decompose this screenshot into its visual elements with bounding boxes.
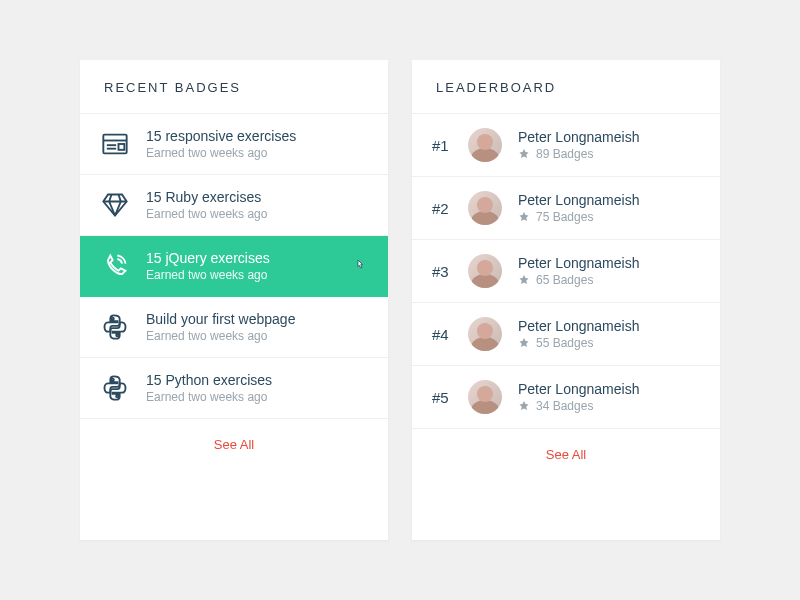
rank-label: #1 xyxy=(432,137,462,154)
badge-item[interactable]: 15 responsive exercises Earned two weeks… xyxy=(80,114,388,175)
rank-label: #4 xyxy=(432,326,462,343)
badge-title: 15 Ruby exercises xyxy=(146,189,368,205)
diamond-icon xyxy=(100,190,130,220)
avatar xyxy=(468,128,502,162)
leaderboard-item[interactable]: #3 Peter Longnameish 65 Badges xyxy=(412,240,720,303)
badge-count: 89 Badges xyxy=(536,147,593,161)
user-name: Peter Longnameish xyxy=(518,192,700,208)
cursor-icon xyxy=(352,258,368,274)
avatar xyxy=(468,191,502,225)
badge-title: 15 Python exercises xyxy=(146,372,368,388)
leaderboard-item[interactable]: #2 Peter Longnameish 75 Badges xyxy=(412,177,720,240)
avatar xyxy=(468,380,502,414)
badge-item[interactable]: 15 Ruby exercises Earned two weeks ago xyxy=(80,175,388,236)
badge-title: 15 responsive exercises xyxy=(146,128,368,144)
see-all-link[interactable]: See All xyxy=(412,429,720,480)
badge-count: 34 Badges xyxy=(536,399,593,413)
badge-count-icon xyxy=(518,400,530,412)
browser-icon xyxy=(100,129,130,159)
badge-count-icon xyxy=(518,337,530,349)
leaderboard-item[interactable]: #4 Peter Longnameish 55 Badges xyxy=(412,303,720,366)
user-name: Peter Longnameish xyxy=(518,255,700,271)
badge-subtitle: Earned two weeks ago xyxy=(146,329,368,343)
rank-label: #3 xyxy=(432,263,462,280)
rank-label: #5 xyxy=(432,389,462,406)
leaderboard-item[interactable]: #5 Peter Longnameish 34 Badges xyxy=(412,366,720,429)
badge-count: 55 Badges xyxy=(536,336,593,350)
user-name: Peter Longnameish xyxy=(518,381,700,397)
recent-badges-header: RECENT BADGES xyxy=(80,60,388,114)
recent-badges-card: RECENT BADGES 15 responsive exercises Ea… xyxy=(80,60,388,540)
badge-count-icon xyxy=(518,274,530,286)
svg-rect-4 xyxy=(119,144,125,150)
rank-label: #2 xyxy=(432,200,462,217)
avatar xyxy=(468,317,502,351)
badge-count-icon xyxy=(518,211,530,223)
badge-title: 15 jQuery exercises xyxy=(146,250,344,266)
phone-icon xyxy=(100,251,130,281)
badge-subtitle: Earned two weeks ago xyxy=(146,146,368,160)
python-icon xyxy=(100,373,130,403)
see-all-link[interactable]: See All xyxy=(80,419,388,470)
badge-subtitle: Earned two weeks ago xyxy=(146,390,368,404)
badge-subtitle: Earned two weeks ago xyxy=(146,207,368,221)
leaderboard-item[interactable]: #1 Peter Longnameish 89 Badges xyxy=(412,114,720,177)
badge-item[interactable]: Build your first webpage Earned two week… xyxy=(80,297,388,358)
badge-item[interactable]: 15 Python exercises Earned two weeks ago xyxy=(80,358,388,419)
badge-subtitle: Earned two weeks ago xyxy=(146,268,344,282)
badge-count: 65 Badges xyxy=(536,273,593,287)
user-name: Peter Longnameish xyxy=(518,318,700,334)
badge-item[interactable]: 15 jQuery exercises Earned two weeks ago xyxy=(80,236,388,297)
badge-count-icon xyxy=(518,148,530,160)
avatar xyxy=(468,254,502,288)
badge-title: Build your first webpage xyxy=(146,311,368,327)
badge-count: 75 Badges xyxy=(536,210,593,224)
user-name: Peter Longnameish xyxy=(518,129,700,145)
python-icon xyxy=(100,312,130,342)
leaderboard-card: LEADERBOARD #1 Peter Longnameish 89 Badg… xyxy=(412,60,720,540)
leaderboard-header: LEADERBOARD xyxy=(412,60,720,114)
